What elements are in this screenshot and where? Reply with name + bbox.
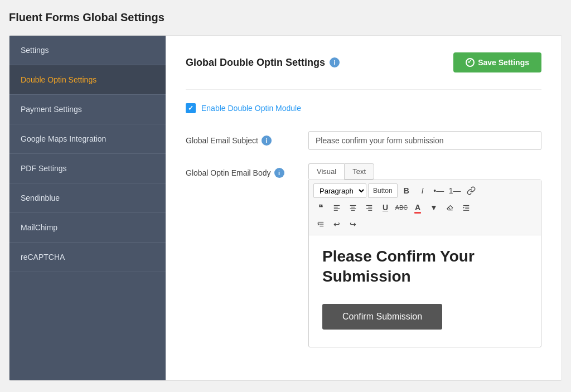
svg-rect-4 xyxy=(350,205,356,206)
editor-tabs: Visual Text xyxy=(308,163,541,180)
content-header: Global Double Optin Settings i Save Sett… xyxy=(186,52,541,72)
editor-toolbar: Paragraph Button B I •— 1— xyxy=(309,180,541,235)
svg-rect-3 xyxy=(334,210,338,211)
email-subject-info-icon[interactable]: i xyxy=(262,135,272,146)
header-info-icon[interactable]: i xyxy=(330,57,340,67)
eraser-btn[interactable] xyxy=(443,200,457,215)
email-body-field: Visual Text Paragraph xyxy=(308,163,541,347)
sidebar-item-recaptcha[interactable]: reCAPTCHA xyxy=(9,243,166,272)
align-center-btn[interactable] xyxy=(346,200,360,215)
strikethrough-btn[interactable]: ABC xyxy=(394,200,409,215)
page-title: Fluent Forms Global Settings xyxy=(9,11,562,24)
align-left-btn[interactable] xyxy=(330,200,344,215)
underline-btn[interactable]: U xyxy=(378,200,393,215)
toolbar-row-1: Paragraph Button B I •— 1— xyxy=(313,183,536,198)
confirm-submission-button[interactable]: Confirm Submission xyxy=(322,304,442,330)
toolbar-row-3: ↩ ↪ xyxy=(313,217,536,231)
svg-rect-9 xyxy=(368,207,372,207)
divider xyxy=(186,89,541,90)
bold-btn[interactable]: B xyxy=(399,183,414,198)
blockquote-btn[interactable]: ❝ xyxy=(313,200,328,215)
redo-btn[interactable]: ↪ xyxy=(346,217,360,231)
undo-btn[interactable]: ↩ xyxy=(330,217,344,231)
section-title: Global Double Optin Settings i xyxy=(186,57,340,69)
svg-rect-11 xyxy=(368,210,372,211)
editor-container: Paragraph Button B I •— 1— xyxy=(308,180,541,347)
svg-rect-12 xyxy=(463,205,470,206)
svg-rect-7 xyxy=(351,210,355,211)
check-icon xyxy=(466,58,475,67)
email-subject-label: Global Email Subject i xyxy=(186,131,297,146)
tab-text[interactable]: Text xyxy=(344,163,374,180)
sidebar-item-mailchimp[interactable]: MailChimp xyxy=(9,213,166,243)
ul-btn[interactable]: •— xyxy=(432,183,446,198)
svg-rect-10 xyxy=(366,209,372,209)
editor-heading: Please Confirm Your Submission xyxy=(322,246,528,287)
email-body-label: Global Optin Email Body i xyxy=(186,163,297,178)
italic-btn[interactable]: I xyxy=(415,183,430,198)
color-dropdown-btn[interactable]: ▼ xyxy=(427,200,441,215)
email-subject-row: Global Email Subject i xyxy=(186,131,541,150)
button-insert-btn[interactable]: Button xyxy=(368,183,398,198)
font-color-btn[interactable]: A xyxy=(410,200,425,215)
email-subject-field xyxy=(308,131,541,150)
email-body-row: Global Optin Email Body i Visual Text xyxy=(186,163,541,347)
toolbar-row-2: ❝ U ABC xyxy=(313,200,536,215)
svg-rect-15 xyxy=(463,210,470,211)
svg-rect-13 xyxy=(465,207,469,207)
svg-rect-1 xyxy=(334,207,338,207)
sidebar: Settings Double Optin Settings Payment S… xyxy=(9,36,166,380)
email-body-info-icon[interactable]: i xyxy=(274,168,284,178)
sidebar-item-payment[interactable]: Payment Settings xyxy=(9,95,166,124)
email-subject-input[interactable] xyxy=(308,131,541,150)
sidebar-item-double-optin[interactable]: Double Optin Settings xyxy=(9,65,166,95)
save-settings-button[interactable]: Save Settings xyxy=(453,52,541,72)
svg-rect-2 xyxy=(334,209,340,209)
indent-btn[interactable] xyxy=(459,200,473,215)
svg-rect-8 xyxy=(366,205,372,206)
editor-body[interactable]: Please Confirm Your Submission Confirm S… xyxy=(309,235,541,347)
svg-rect-6 xyxy=(350,209,356,209)
enable-module-checkbox[interactable] xyxy=(186,103,196,113)
svg-rect-0 xyxy=(334,205,340,206)
paragraph-select[interactable]: Paragraph xyxy=(313,183,366,198)
svg-rect-5 xyxy=(351,207,355,207)
svg-rect-14 xyxy=(465,209,469,209)
tab-visual[interactable]: Visual xyxy=(308,163,344,180)
align-right-btn[interactable] xyxy=(362,200,376,215)
indent2-btn[interactable] xyxy=(313,217,328,231)
sidebar-item-pdf[interactable]: PDF Settings xyxy=(9,154,166,183)
enable-module-label: Enable Double Optin Module xyxy=(201,104,301,113)
sidebar-item-google-maps[interactable]: Google Maps Integration xyxy=(9,124,166,154)
sidebar-item-sendinblue[interactable]: Sendinblue xyxy=(9,183,166,213)
content-area: Global Double Optin Settings i Save Sett… xyxy=(166,36,562,380)
ol-btn[interactable]: 1— xyxy=(448,183,462,198)
link-btn[interactable] xyxy=(464,183,478,198)
sidebar-item-settings[interactable]: Settings xyxy=(9,36,166,65)
enable-module-row: Enable Double Optin Module xyxy=(186,103,541,113)
